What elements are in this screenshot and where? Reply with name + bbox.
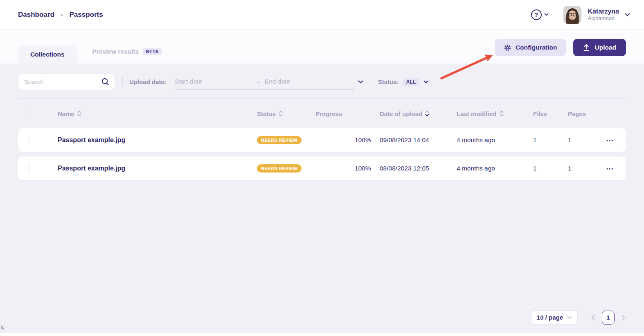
upload-icon — [583, 44, 590, 51]
end-date-input[interactable] — [265, 78, 342, 85]
progress-cell: 100% — [315, 136, 380, 144]
help-icon: ? — [531, 9, 542, 20]
upload-button-label: Upload — [594, 44, 616, 51]
column-header-pages: Pages — [568, 110, 599, 117]
avatar[interactable] — [563, 6, 581, 24]
configuration-button[interactable]: Configuration — [495, 39, 566, 56]
app-window: Dashboard › Passports ? — [0, 0, 644, 333]
row-actions-menu-icon[interactable]: ⋯ — [599, 136, 626, 144]
progress-cell: 100% — [315, 165, 380, 172]
select-all-checkbox[interactable] — [29, 109, 29, 117]
chevron-left-icon — [591, 315, 595, 320]
chevron-down-icon — [567, 316, 572, 319]
chevron-down-icon — [544, 13, 549, 16]
last-modified: 4 months ago — [457, 165, 533, 172]
beta-badge: BETA — [143, 48, 162, 55]
pagination-divider — [584, 313, 584, 322]
sort-icon — [500, 110, 504, 117]
upload-date-label: Upload date: — [129, 78, 167, 85]
current-page-button[interactable]: 1 — [602, 311, 615, 325]
user-organization: Alphamoon — [588, 15, 619, 22]
page-actions: Configuration Upload — [495, 39, 626, 64]
row-checkbox[interactable] — [29, 136, 29, 144]
breadcrumb-dashboard-link[interactable]: Dashboard — [18, 11, 54, 19]
sort-icon — [77, 110, 81, 117]
column-header-progress: Progress — [315, 110, 380, 117]
tab-preview-results-label: Preview results — [92, 48, 139, 55]
files-count: 1 — [533, 165, 568, 172]
column-header-name[interactable]: Name — [58, 110, 257, 117]
sort-icon-descending-active — [425, 110, 429, 117]
search-input[interactable] — [18, 73, 115, 90]
help-menu-button[interactable]: ? — [531, 9, 549, 20]
status-chevron-icon — [423, 80, 428, 84]
breadcrumb: Dashboard › Passports — [18, 11, 103, 19]
files-count: 1 — [533, 136, 568, 144]
date-of-upload: 09/08/2023 14:04 — [380, 136, 457, 144]
column-header-files: Files — [533, 110, 568, 117]
page-size-value: 10 / page — [537, 314, 563, 321]
file-name[interactable]: Passport example.jpg — [58, 165, 257, 172]
column-header-date-of-upload[interactable]: Date of upload — [380, 110, 457, 117]
table-header-row: Name Status Progress Date of upload Last… — [18, 99, 626, 128]
tab-collections-label: Collections — [30, 51, 65, 58]
status-filter-value: ALL — [403, 78, 419, 86]
corner-artifact — [1, 325, 5, 329]
header-right: ? Katarzyna Alphamoon — [531, 6, 630, 24]
top-header: Dashboard › Passports ? — [0, 0, 644, 30]
date-of-upload: 08/08/2023 12:05 — [380, 165, 457, 172]
file-name[interactable]: Passport example.jpg — [58, 136, 257, 144]
previous-page-button[interactable] — [590, 314, 596, 321]
filter-bar: Upload date: → Status: ALL — [18, 73, 626, 99]
gear-icon — [504, 44, 511, 52]
range-arrow-icon: → — [256, 78, 261, 85]
column-header-status[interactable]: Status — [257, 110, 315, 117]
pages-count: 1 — [568, 165, 599, 172]
upload-date-range-picker[interactable]: → — [175, 74, 354, 90]
progress-bar — [315, 167, 351, 170]
sort-icon — [279, 110, 283, 117]
status-filter[interactable]: Status: ALL — [378, 78, 428, 86]
progress-bar — [315, 139, 351, 142]
progress-label: 100% — [355, 136, 371, 144]
status-badge: NEEDS REVIEW — [257, 164, 302, 173]
pages-count: 1 — [568, 136, 599, 144]
breadcrumb-current-page: Passports — [69, 11, 103, 19]
date-range-chevron-icon[interactable] — [358, 80, 363, 84]
tabs: Collections Preview results BETA — [18, 45, 169, 64]
user-menu-chevron-icon[interactable] — [625, 13, 630, 16]
tab-collections[interactable]: Collections — [18, 45, 77, 64]
row-actions-menu-icon[interactable]: ⋯ — [599, 165, 626, 173]
table-row[interactable]: Passport example.jpg NEEDS REVIEW 100% 0… — [18, 157, 626, 180]
table-row[interactable]: Passport example.jpg NEEDS REVIEW 100% 0… — [18, 128, 626, 152]
status-filter-label: Status: — [378, 78, 399, 85]
page-size-select[interactable]: 10 / page — [531, 310, 578, 325]
start-date-input[interactable] — [175, 78, 252, 85]
tab-preview-results[interactable]: Preview results BETA — [77, 48, 169, 61]
user-info: Katarzyna Alphamoon — [588, 7, 619, 22]
upload-button[interactable]: Upload — [573, 39, 626, 56]
configuration-button-label: Configuration — [516, 44, 557, 51]
content-area: Upload date: → Status: ALL Name Status — [0, 64, 644, 333]
last-modified: 4 months ago — [457, 136, 533, 144]
filter-divider — [122, 77, 123, 86]
status-badge: NEEDS REVIEW — [257, 136, 302, 144]
progress-label: 100% — [355, 165, 371, 172]
search-box — [18, 73, 115, 90]
row-checkbox[interactable] — [29, 164, 29, 172]
search-icon[interactable] — [101, 77, 110, 86]
user-name: Katarzyna — [588, 7, 619, 15]
chevron-right-icon — [621, 315, 625, 320]
next-page-button[interactable] — [621, 314, 626, 321]
breadcrumb-separator-icon: › — [61, 11, 63, 18]
toolbar-strip: Collections Preview results BETA Configu… — [0, 30, 644, 64]
column-header-last-modified[interactable]: Last modified — [457, 110, 533, 117]
pagination: 10 / page 1 — [531, 310, 626, 325]
